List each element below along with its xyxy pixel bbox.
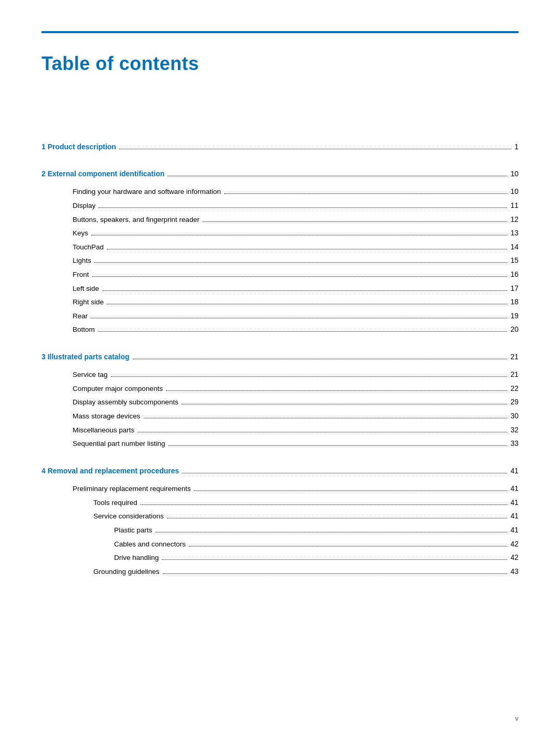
toc-entry-page: 43	[510, 566, 519, 577]
page-title: Table of contents	[41, 49, 519, 79]
toc-entry[interactable]: Service considerations41	[41, 510, 519, 522]
toc-entry-label: Grounding guidelines	[93, 566, 160, 578]
toc-section: 2 External component identification10Fin…	[41, 168, 519, 335]
toc-entry-page: 41	[510, 483, 519, 494]
toc-entry-page: 10	[510, 186, 519, 197]
toc-entry-dots	[91, 235, 507, 235]
toc-entry-page: 17	[510, 283, 519, 294]
toc-entry-label: Preliminary replacement requirements	[73, 483, 191, 495]
toc-entry[interactable]: Plastic parts41	[41, 524, 519, 536]
toc-entry-label: Computer major components	[73, 383, 163, 395]
toc-entry[interactable]: Drive handling42	[41, 552, 519, 564]
toc-entry-label: Right side	[73, 297, 104, 308]
page-footer: v	[515, 713, 519, 724]
toc-entry-dots	[203, 221, 508, 222]
toc-entry-page: 41	[510, 524, 519, 536]
toc-entry[interactable]: Buttons, speakers, and fingerprint reade…	[41, 214, 519, 226]
toc-entry[interactable]: Computer major components22	[41, 383, 519, 395]
toc-entry-dots	[141, 504, 508, 505]
toc-entry[interactable]: Lights15	[41, 255, 519, 266]
toc-entry-label: Keys	[73, 228, 88, 239]
toc-entry-label: Drive handling	[114, 552, 159, 564]
toc-entry-dots	[137, 432, 507, 432]
toc-entry-dots	[167, 518, 508, 518]
toc-entry[interactable]: Rear19	[41, 310, 519, 322]
toc-entry-page: 16	[510, 269, 519, 280]
toc-chapter-link[interactable]: 3 Illustrated parts catalog	[41, 351, 130, 362]
toc-entry-page: 42	[510, 552, 519, 563]
toc-entry[interactable]: Mass storage devices30	[41, 410, 519, 422]
toc-entry-page: 12	[510, 214, 519, 225]
toc-entry[interactable]: Service tag21	[41, 369, 519, 381]
toc-entry-page: 13	[510, 227, 519, 238]
toc-dots	[182, 473, 507, 473]
toc-dots	[119, 149, 511, 149]
toc-entry[interactable]: Finding your hardware and software infor…	[41, 186, 519, 198]
toc-chapter-row[interactable]: 1 Product description1	[41, 141, 519, 152]
toc-entry[interactable]: TouchPad14	[41, 241, 519, 253]
toc-entry-dots	[181, 404, 507, 404]
toc-entry[interactable]: Display assembly subcomponents29	[41, 396, 519, 408]
toc-entry[interactable]: Display11	[41, 200, 519, 212]
toc-entry-label: TouchPad	[73, 242, 104, 253]
toc-entry[interactable]: Cables and connectors42	[41, 538, 519, 550]
toc-entry-dots	[91, 318, 507, 318]
toc-entry-label: Miscellaneous parts	[73, 425, 134, 436]
toc-entry-label: Mass storage devices	[73, 411, 141, 422]
toc-entry-dots	[102, 290, 507, 291]
toc-entry-label: Buttons, speakers, and fingerprint reade…	[73, 214, 200, 226]
toc-entry[interactable]: Miscellaneous parts32	[41, 424, 519, 436]
toc-chapter-link[interactable]: 1 Product description	[41, 141, 116, 152]
top-border	[41, 31, 519, 33]
toc-entry-dots	[94, 262, 507, 263]
toc-entry[interactable]: Keys13	[41, 227, 519, 239]
toc-chapter-row[interactable]: 3 Illustrated parts catalog21	[41, 351, 519, 362]
toc-entry-dots	[107, 249, 507, 249]
toc-entry-label: Display assembly subcomponents	[73, 397, 178, 408]
toc-page-number: 21	[510, 351, 519, 362]
toc-chapter-link[interactable]: 4 Removal and replacement procedures	[41, 465, 179, 476]
toc-entry-page: 29	[510, 396, 519, 407]
toc-entry-dots	[163, 573, 508, 574]
toc-entry[interactable]: Tools required41	[41, 497, 519, 509]
toc-entry-page: 19	[510, 310, 519, 321]
toc-section: 1 Product description1	[41, 141, 519, 152]
toc-section: 4 Removal and replacement procedures41Pr…	[41, 465, 519, 578]
toc-entry-page: 30	[510, 410, 519, 421]
toc-chapter-link[interactable]: 2 External component identification	[41, 168, 164, 179]
toc-entry[interactable]: Grounding guidelines43	[41, 566, 519, 578]
toc-entry-dots	[189, 546, 507, 546]
toc-entry-dots	[169, 445, 508, 446]
toc-entry[interactable]: Right side18	[41, 296, 519, 308]
toc-entry-label: Display	[73, 200, 95, 212]
toc-entry-label: Sequential part number listing	[73, 438, 165, 449]
toc-entry-page: 41	[510, 510, 519, 522]
toc-entry-page: 15	[510, 255, 519, 266]
toc-entry-label: Finding your hardware and software infor…	[73, 186, 221, 198]
toc-entry-page: 14	[510, 241, 519, 252]
toc-entry-label: Plastic parts	[114, 525, 152, 536]
toc-entry-label: Tools required	[93, 497, 137, 509]
toc-entry-dots	[99, 207, 507, 208]
toc-entry-dots	[166, 390, 507, 391]
toc-entry[interactable]: Bottom20	[41, 324, 519, 335]
toc-entry-page: 41	[510, 497, 519, 508]
toc-entry[interactable]: Front16	[41, 269, 519, 280]
toc-entry-page: 42	[510, 538, 519, 550]
toc-entry-label: Bottom	[73, 324, 95, 335]
toc-entry-dots	[156, 532, 508, 532]
toc-entry-dots	[144, 418, 508, 418]
toc-entry-label: Service considerations	[93, 511, 164, 522]
toc-entry-label: Service tag	[73, 369, 108, 381]
toc-entry[interactable]: Left side17	[41, 283, 519, 294]
toc-chapter-row[interactable]: 4 Removal and replacement procedures41	[41, 465, 519, 476]
toc-entry-dots	[111, 376, 508, 377]
toc-entry[interactable]: Preliminary replacement requirements41	[41, 483, 519, 495]
toc-entry-label: Left side	[73, 283, 99, 294]
toc-entry-dots	[92, 276, 508, 277]
toc-entry-label: Cables and connectors	[114, 539, 186, 550]
toc-entry[interactable]: Sequential part number listing33	[41, 438, 519, 449]
toc-entry-label: Rear	[73, 311, 88, 322]
toc-entry-label: Lights	[73, 255, 91, 266]
toc-chapter-row[interactable]: 2 External component identification10	[41, 168, 519, 179]
